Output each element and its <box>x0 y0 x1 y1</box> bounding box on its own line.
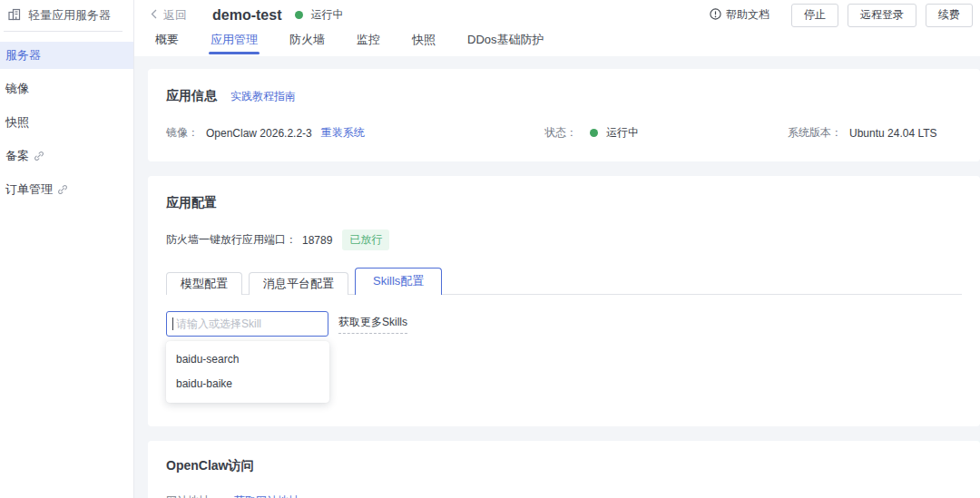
main-area: 返回 demo-test 运行中 帮助文档 停止 <box>134 0 980 498</box>
sidebar-item-label: 订单管理 <box>5 181 53 198</box>
instance-status: 运行中 <box>310 7 343 23</box>
skill-option-baidu-search[interactable]: baidu-search <box>166 347 329 372</box>
sidebar-item-orders[interactable]: 订单管理 <box>0 176 133 203</box>
renew-button[interactable]: 续费 <box>926 4 973 27</box>
header-row: 返回 demo-test 运行中 帮助文档 停止 <box>150 0 973 30</box>
sidebar-item-label: 快照 <box>5 114 29 131</box>
stop-button[interactable]: 停止 <box>791 4 838 27</box>
port-value: 18789 <box>302 234 332 247</box>
config-tabs: 模型配置 消息平台配置 Skills配置 <box>166 268 962 295</box>
lighthouse-product-icon <box>7 7 22 24</box>
app-config-card: 应用配置 防火墙一键放行应用端口： 18789 已放行 模型配置 消息平台配置 … <box>148 176 980 426</box>
product-logo: 轻量应用服务器 <box>0 0 133 31</box>
instance-name: demo-test <box>212 7 281 24</box>
status-value: 运行中 <box>606 125 639 141</box>
chevron-left-icon <box>150 8 158 23</box>
image-value: OpenClaw 2026.2.2-3 <box>206 127 312 140</box>
status-dot-icon <box>295 11 303 19</box>
reinstall-os-link[interactable]: 重装系统 <box>321 125 365 141</box>
tab-overview[interactable]: 概要 <box>153 30 181 56</box>
tab-app-management[interactable]: 应用管理 <box>209 30 260 56</box>
image-label: 镜像： <box>166 125 199 141</box>
sidebar-nav: 服务器 镜像 快照 备案 订单管理 <box>0 32 133 203</box>
sidebar-item-label: 镜像 <box>5 81 29 97</box>
os-version-label: 系统版本： <box>788 125 842 141</box>
tab-snapshots[interactable]: 快照 <box>410 30 437 56</box>
skill-option-baidu-baike[interactable]: baidu-baike <box>166 372 329 396</box>
openclaw-access-title: OpenClaw访问 <box>166 458 962 474</box>
site-address-row: 网站地址： 获取网站地址 <box>166 493 962 498</box>
tab-model-config[interactable]: 模型配置 <box>166 272 242 295</box>
sidebar-item-label: 备案 <box>5 148 29 164</box>
help-docs-link[interactable]: 帮助文档 <box>710 7 769 23</box>
os-version-value: Ubuntu 24.04 LTS <box>849 127 937 140</box>
product-title: 轻量应用服务器 <box>28 7 111 24</box>
status-dot-icon <box>590 129 598 137</box>
app-info-row: 镜像： OpenClaw 2026.2.2-3 重装系统 状态： 运行中 系统版… <box>166 125 962 141</box>
status-field: 状态： 运行中 <box>544 125 788 141</box>
sidebar-item-label: 服务器 <box>5 47 41 63</box>
app-info-title: 应用信息 <box>166 88 217 104</box>
status-label: 状态： <box>544 125 577 141</box>
get-more-skills-link[interactable]: 获取更多Skills <box>338 315 407 334</box>
external-link-icon <box>34 151 44 161</box>
app-config-title: 应用配置 <box>166 195 962 211</box>
back-label: 返回 <box>163 7 187 24</box>
get-site-address-link[interactable]: 获取网站地址 <box>234 493 299 498</box>
skill-dropdown: baidu-search baidu-baike <box>166 341 329 403</box>
instance-tabs: 概要 应用管理 防火墙 监控 快照 DDos基础防护 <box>150 30 973 56</box>
instance-header: 返回 demo-test 运行中 帮助文档 停止 <box>134 0 980 56</box>
tab-skills-config[interactable]: Skills配置 <box>355 268 442 295</box>
tutorial-guide-link[interactable]: 实践教程指南 <box>230 89 296 104</box>
skill-select-input[interactable] <box>166 311 328 337</box>
tab-messaging-platform-config[interactable]: 消息平台配置 <box>249 272 348 295</box>
text-cursor <box>172 317 173 330</box>
tab-ddos-protection[interactable]: DDos基础防护 <box>466 30 546 56</box>
sidebar-item-icp-filing[interactable]: 备案 <box>0 142 133 170</box>
skill-select-row: 获取更多Skills <box>166 311 962 337</box>
help-docs-label: 帮助文档 <box>726 7 769 23</box>
sidebar-item-servers[interactable]: 服务器 <box>0 42 133 69</box>
content-area: 应用信息 实践教程指南 镜像： OpenClaw 2026.2.2-3 重装系统… <box>134 56 980 498</box>
app-window: 轻量应用服务器 服务器 镜像 快照 备案 订单管理 <box>0 0 980 498</box>
site-address-label: 网站地址： <box>166 493 220 498</box>
sidebar-item-snapshots[interactable]: 快照 <box>0 109 133 136</box>
back-button[interactable]: 返回 <box>150 7 187 24</box>
remote-login-button[interactable]: 远程登录 <box>848 4 916 27</box>
app-info-title-row: 应用信息 实践教程指南 <box>166 88 962 104</box>
image-field: 镜像： OpenClaw 2026.2.2-3 重装系统 <box>166 125 544 141</box>
os-version-field: 系统版本： Ubuntu 24.04 LTS <box>788 125 962 141</box>
sidebar: 轻量应用服务器 服务器 镜像 快照 备案 订单管理 <box>0 0 134 498</box>
port-label: 防火墙一键放行应用端口： <box>166 232 297 248</box>
external-link-icon <box>57 184 68 195</box>
skill-input-wrap <box>166 311 328 337</box>
openclaw-access-card: OpenClaw访问 网站地址： 获取网站地址 <box>148 441 980 498</box>
sidebar-item-images[interactable]: 镜像 <box>0 75 133 103</box>
app-info-card: 应用信息 实践教程指南 镜像： OpenClaw 2026.2.2-3 重装系统… <box>148 69 980 161</box>
info-icon <box>710 8 721 23</box>
firewall-port-row: 防火墙一键放行应用端口： 18789 已放行 <box>166 229 962 250</box>
port-open-badge: 已放行 <box>342 229 389 250</box>
tab-firewall[interactable]: 防火墙 <box>288 30 327 56</box>
tab-monitoring[interactable]: 监控 <box>355 30 382 56</box>
